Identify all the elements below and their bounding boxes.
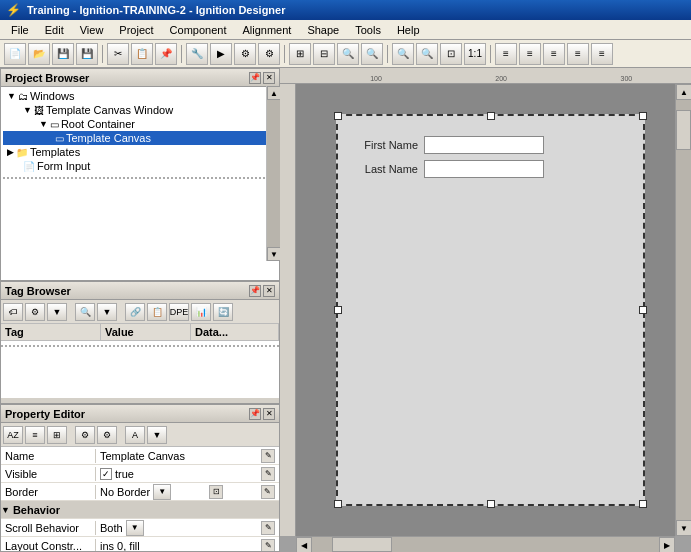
tag-btn-3[interactable]: 🔍 bbox=[75, 303, 95, 321]
prop-btn-8[interactable]: ▼ bbox=[147, 426, 167, 444]
tag-browser-close[interactable]: ✕ bbox=[263, 285, 275, 297]
toolbar-copy[interactable]: 📋 bbox=[131, 43, 153, 65]
scroll-v-thumb[interactable] bbox=[676, 110, 691, 150]
project-browser-close[interactable]: ✕ bbox=[263, 72, 275, 84]
tag-btn-4[interactable]: ▼ bbox=[97, 303, 117, 321]
scroll-v-up[interactable]: ▲ bbox=[676, 84, 691, 100]
prop-value-layout[interactable]: ins 0, fill ✎ bbox=[96, 538, 279, 552]
tree-item-windows[interactable]: ▼ 🗂 Windows bbox=[3, 89, 277, 103]
toolbar-btn8[interactable]: ⊟ bbox=[313, 43, 335, 65]
menu-edit[interactable]: Edit bbox=[38, 22, 71, 38]
prop-layout-edit-btn[interactable]: ✎ bbox=[261, 539, 275, 552]
handle-tr[interactable] bbox=[639, 112, 647, 120]
toolbar-cut[interactable]: ✂ bbox=[107, 43, 129, 65]
toolbar-btn3[interactable]: 🔧 bbox=[186, 43, 208, 65]
tag-btn-8[interactable]: 📊 bbox=[191, 303, 211, 321]
toolbar-100[interactable]: 1:1 bbox=[464, 43, 486, 65]
prop-value-border[interactable]: No Border ▼ ⊡ ✎ bbox=[96, 483, 279, 501]
toolbar-btn10[interactable]: 🔍 bbox=[361, 43, 383, 65]
menu-file[interactable]: File bbox=[4, 22, 36, 38]
handle-tc[interactable] bbox=[487, 112, 495, 120]
prop-group-behavior[interactable]: ▼ Behavior bbox=[1, 501, 279, 519]
toolbar-paste[interactable]: 📌 bbox=[155, 43, 177, 65]
prop-visible-edit-btn[interactable]: ✎ bbox=[261, 467, 275, 481]
toolbar-save2[interactable]: 💾 bbox=[76, 43, 98, 65]
property-editor-pin[interactable]: 📌 bbox=[249, 408, 261, 420]
tag-btn-6[interactable]: 📋 bbox=[147, 303, 167, 321]
prop-scroll-edit-btn[interactable]: ✎ bbox=[261, 521, 275, 535]
tree-arrow-windows[interactable]: ▼ bbox=[7, 91, 16, 101]
toolbar-btn9[interactable]: 🔍 bbox=[337, 43, 359, 65]
prop-border-edit-btn2[interactable]: ✎ bbox=[261, 485, 275, 499]
prop-btn-7[interactable]: A bbox=[125, 426, 145, 444]
project-browser-pin[interactable]: 📌 bbox=[249, 72, 261, 84]
prop-btn-sort[interactable]: AZ bbox=[3, 426, 23, 444]
toolbar-btn4[interactable]: ▶ bbox=[210, 43, 232, 65]
toolbar-btn6[interactable]: ⚙ bbox=[258, 43, 280, 65]
tree-arrow-templates[interactable]: ▶ bbox=[7, 147, 14, 157]
menu-view[interactable]: View bbox=[73, 22, 111, 38]
tree-arrow-root[interactable]: ▼ bbox=[39, 119, 48, 129]
scroll-h-thumb[interactable] bbox=[332, 537, 392, 552]
menu-component[interactable]: Component bbox=[163, 22, 234, 38]
handle-mr[interactable] bbox=[639, 306, 647, 314]
toolbar-align2[interactable]: ≡ bbox=[519, 43, 541, 65]
scroll-h-left[interactable]: ◀ bbox=[296, 537, 312, 552]
handle-bc[interactable] bbox=[487, 500, 495, 508]
prop-value-visible[interactable]: ✓ true ✎ bbox=[96, 466, 279, 482]
form-input-lastname[interactable] bbox=[424, 160, 544, 178]
visible-checkbox[interactable]: ✓ bbox=[100, 468, 112, 480]
scroll-dropdown-btn[interactable]: ▼ bbox=[126, 520, 144, 536]
tree-item-form-input[interactable]: 📄 Form Input bbox=[3, 159, 277, 173]
tag-browser-pin[interactable]: 📌 bbox=[249, 285, 261, 297]
tree-item-root[interactable]: ▼ ▭ Root Container bbox=[3, 117, 277, 131]
scrollbar-down-btn[interactable]: ▼ bbox=[267, 247, 281, 261]
scrollbar-up-btn[interactable]: ▲ bbox=[267, 86, 281, 100]
menu-project[interactable]: Project bbox=[112, 22, 160, 38]
menu-tools[interactable]: Tools bbox=[348, 22, 388, 38]
menu-shape[interactable]: Shape bbox=[300, 22, 346, 38]
tag-btn-2[interactable]: ⚙ bbox=[25, 303, 45, 321]
toolbar-zoom-in[interactable]: 🔍 bbox=[392, 43, 414, 65]
toolbar-new[interactable]: 📄 bbox=[4, 43, 26, 65]
toolbar-btn5[interactable]: ⚙ bbox=[234, 43, 256, 65]
prop-btn-5[interactable]: ⚙ bbox=[75, 426, 95, 444]
template-canvas-box[interactable]: First Name Last Name bbox=[336, 114, 645, 506]
toolbar-align1[interactable]: ≡ bbox=[495, 43, 517, 65]
menu-alignment[interactable]: Alignment bbox=[235, 22, 298, 38]
form-input-firstname[interactable] bbox=[424, 136, 544, 154]
toolbar-align3[interactable]: ≡ bbox=[543, 43, 565, 65]
tag-btn-5[interactable]: 🔗 bbox=[125, 303, 145, 321]
tag-btn-9[interactable]: 🔄 bbox=[213, 303, 233, 321]
prop-border-edit-btn[interactable]: ⊡ bbox=[209, 485, 223, 499]
tree-item-template-canvas[interactable]: ▭ Template Canvas bbox=[3, 131, 277, 145]
toolbar-align5[interactable]: ≡ bbox=[591, 43, 613, 65]
prop-btn-list[interactable]: ≡ bbox=[25, 426, 45, 444]
toolbar-fit[interactable]: ⊡ bbox=[440, 43, 462, 65]
prop-value-name[interactable]: Template Canvas ✎ bbox=[96, 448, 279, 464]
toolbar-btn7[interactable]: ⊞ bbox=[289, 43, 311, 65]
toolbar-zoom-out[interactable]: 🔍 bbox=[416, 43, 438, 65]
handle-bl[interactable] bbox=[334, 500, 342, 508]
prop-btn-6[interactable]: ⚙ bbox=[97, 426, 117, 444]
handle-br[interactable] bbox=[639, 500, 647, 508]
prop-btn-expand[interactable]: ⊞ bbox=[47, 426, 67, 444]
scroll-h-right[interactable]: ▶ bbox=[659, 537, 675, 552]
handle-tl[interactable] bbox=[334, 112, 342, 120]
tree-arrow-tcwindow[interactable]: ▼ bbox=[23, 105, 32, 115]
property-editor-close[interactable]: ✕ bbox=[263, 408, 275, 420]
prop-name-edit-btn[interactable]: ✎ bbox=[261, 449, 275, 463]
toolbar-open[interactable]: 📂 bbox=[28, 43, 50, 65]
menu-help[interactable]: Help bbox=[390, 22, 427, 38]
handle-ml[interactable] bbox=[334, 306, 342, 314]
tag-dropdown[interactable]: ▼ bbox=[47, 303, 67, 321]
tag-btn-7[interactable]: DPE bbox=[169, 303, 189, 321]
prop-value-scroll[interactable]: Both ▼ ✎ bbox=[96, 519, 279, 537]
scroll-v-down[interactable]: ▼ bbox=[676, 520, 691, 536]
toolbar-align4[interactable]: ≡ bbox=[567, 43, 589, 65]
tag-btn-1[interactable]: 🏷 bbox=[3, 303, 23, 321]
toolbar-save[interactable]: 💾 bbox=[52, 43, 74, 65]
tree-item-tcwindow[interactable]: ▼ 🖼 Template Canvas Window bbox=[3, 103, 277, 117]
border-dropdown-btn[interactable]: ▼ bbox=[153, 484, 171, 500]
tree-item-templates[interactable]: ▶ 📁 Templates bbox=[3, 145, 277, 159]
